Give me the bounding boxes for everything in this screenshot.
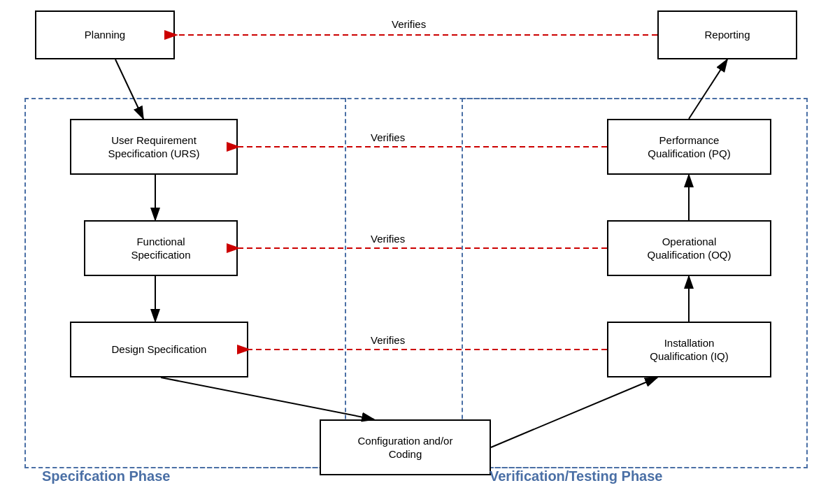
functional-box: FunctionalSpecification [84, 220, 238, 276]
functional-label: FunctionalSpecification [131, 235, 190, 262]
design-label: Design Specification [112, 343, 207, 357]
iq-box: InstallationQualification (IQ) [607, 322, 771, 377]
planning-box: Planning [35, 10, 175, 59]
reporting-box: Reporting [657, 10, 797, 59]
diagram: Planning Reporting User RequirementSpeci… [0, 0, 835, 504]
pq-box: PerformanceQualification (PQ) [607, 119, 771, 175]
urs-label: User RequirementSpecification (URS) [108, 134, 200, 161]
urs-box: User RequirementSpecification (URS) [70, 119, 238, 175]
verifies-label-top: Verifies [392, 18, 426, 30]
pq-label: PerformanceQualification (PQ) [648, 134, 730, 161]
oq-box: OperationalQualification (OQ) [607, 220, 771, 276]
iq-label: InstallationQualification (IQ) [650, 336, 729, 363]
config-box: Configuration and/orCoding [320, 419, 491, 475]
specification-phase-label: Specifcation Phase [42, 468, 170, 484]
planning-label: Planning [85, 28, 125, 42]
oq-label: OperationalQualification (OQ) [647, 235, 731, 262]
reporting-label: Reporting [704, 28, 750, 42]
verification-phase-label: Verification/Testing Phase [490, 468, 662, 484]
config-label: Configuration and/orCoding [358, 434, 453, 461]
design-box: Design Specification [70, 322, 248, 377]
